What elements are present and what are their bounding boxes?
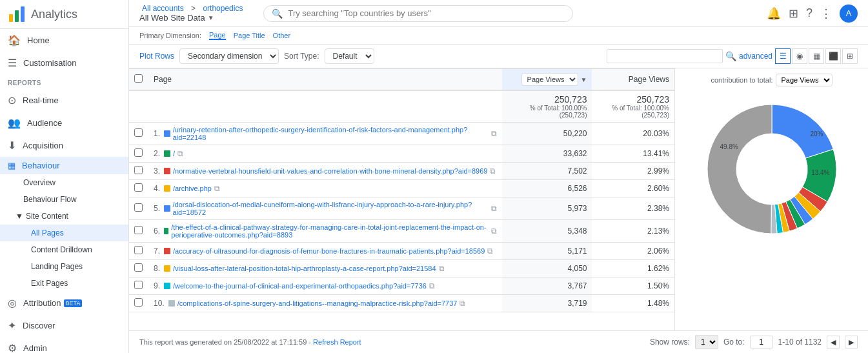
next-page-button[interactable]: ▶ — [845, 336, 858, 348]
discover-icon: ✦ — [8, 319, 16, 332]
select-all-checkbox[interactable] — [134, 74, 143, 83]
row-checkbox[interactable] — [134, 148, 143, 157]
search-icon[interactable]: 🔍 — [725, 51, 736, 61]
row-checkbox-cell — [129, 260, 148, 277]
metric-select[interactable]: Page Views — [521, 73, 578, 86]
page-link[interactable]: /visual-loss-after-lateral-position-tota… — [173, 265, 436, 272]
row-page-cell: 5. /dorsal-dislocation-of-medial-cuneifo… — [148, 197, 502, 220]
breadcrumb-property[interactable]: orthopedics — [203, 4, 243, 13]
pivot-view-icon[interactable]: ⊞ — [842, 48, 858, 64]
page-link[interactable]: /complications-of-spine-surgery-and-liti… — [177, 299, 458, 307]
row-checkbox[interactable] — [134, 128, 143, 137]
copy-icon[interactable]: ⧉ — [490, 166, 496, 176]
sidebar-item-audience[interactable]: 👥 Audience — [0, 112, 128, 134]
sidebar-item-admin[interactable]: ⚙ Admin — [0, 337, 128, 353]
help-icon[interactable]: ? — [806, 6, 812, 20]
pie-segment — [707, 105, 771, 234]
dimension-page[interactable]: Page — [209, 31, 226, 40]
row-checkbox[interactable] — [134, 298, 143, 307]
sidebar-item-content-drilldown[interactable]: Content Drilldown — [0, 241, 128, 258]
copy-icon[interactable]: ⧉ — [491, 129, 497, 138]
chart-header: contribution to total: Page Views — [680, 74, 863, 86]
copy-icon[interactable]: ⧉ — [214, 184, 220, 193]
sidebar-item-behaviour[interactable]: ▦ Behaviour — [0, 157, 128, 174]
prev-page-button[interactable]: ◀ — [827, 336, 840, 348]
sidebar-item-exit-pages[interactable]: Exit Pages — [0, 275, 128, 292]
page-link[interactable]: /urinary-retention-after-orthopedic-surg… — [173, 126, 489, 141]
breadcrumb-all-accounts[interactable]: All accounts — [142, 4, 184, 13]
refresh-report-link[interactable]: Refresh Report — [313, 338, 361, 346]
property-selector[interactable]: All Web Site Data ▼ — [139, 13, 245, 23]
sidebar-item-home[interactable]: 🏠 Home — [0, 29, 128, 52]
row-checkbox[interactable] — [134, 246, 143, 254]
row-views-cell: 5,348 — [502, 220, 592, 243]
row-checkbox-cell — [129, 180, 148, 197]
row-checkbox[interactable] — [134, 281, 143, 289]
grid-icon[interactable]: ⊞ — [789, 6, 798, 21]
copy-icon[interactable]: ⧉ — [491, 204, 497, 213]
sidebar: Analytics 🏠 Home ☰ Customisation REPORTS… — [0, 0, 129, 353]
exit-pages-label: Exit Pages — [31, 279, 68, 288]
sidebar-attribution-label: Attribution — [23, 298, 61, 308]
row-pct: 13.41% — [643, 149, 669, 158]
search-input[interactable] — [288, 8, 565, 18]
sidebar-audience-label: Audience — [27, 118, 62, 128]
row-checkbox[interactable] — [134, 183, 143, 192]
more-icon[interactable]: ⋮ — [820, 6, 832, 21]
pie-view-icon[interactable]: ◉ — [792, 48, 807, 64]
avatar[interactable]: A — [840, 5, 858, 23]
copy-icon[interactable]: ⧉ — [459, 299, 465, 308]
table-view-icon[interactable]: ☰ — [775, 48, 791, 64]
sidebar-item-all-pages[interactable]: All Pages — [0, 225, 128, 241]
dimension-other[interactable]: Other — [273, 32, 291, 39]
sidebar-item-landing-pages[interactable]: Landing Pages — [0, 258, 128, 275]
sort-type-select[interactable]: Default — [325, 48, 374, 64]
sidebar-item-realtime[interactable]: ⊙ Real-time — [0, 89, 128, 112]
row-pct: 2.06% — [647, 247, 669, 256]
sidebar-item-behaviour-flow[interactable]: Behaviour Flow — [0, 191, 128, 208]
row-checkbox-cell — [129, 243, 148, 260]
copy-icon[interactable]: ⧉ — [429, 281, 435, 290]
sidebar-item-site-content[interactable]: ▼ Site Content — [0, 208, 128, 225]
row-checkbox[interactable] — [134, 226, 143, 234]
page-link[interactable]: /dorsal-dislocation-of-medial-cuneiform-… — [173, 201, 489, 216]
row-checkbox[interactable] — [134, 263, 143, 272]
table-search-input[interactable] — [607, 49, 723, 63]
page-link[interactable]: /archive.php — [173, 185, 212, 192]
sidebar-item-overview[interactable]: Overview — [0, 174, 128, 191]
plot-rows-button[interactable]: Plot Rows — [139, 52, 174, 61]
page-link[interactable]: /normative-vertebral-hounsfield-unit-val… — [173, 167, 487, 175]
goto-input[interactable] — [750, 336, 773, 348]
row-page-cell: 7. /accuracy-of-ultrasound-for-diagnosis… — [148, 243, 502, 260]
row-checkbox[interactable] — [134, 166, 143, 174]
sidebar-item-customisation[interactable]: ☰ Customisation — [0, 52, 128, 74]
sort-type-label: Sort Type: — [284, 52, 319, 61]
page-link[interactable]: / — [173, 150, 175, 157]
row-number: 2. — [154, 149, 160, 158]
row-color-dot — [164, 283, 170, 289]
comparison-view-icon[interactable]: ⬛ — [825, 48, 841, 64]
search-bar[interactable]: 🔍 — [263, 5, 573, 22]
chart-metric-select[interactable]: Page Views — [776, 74, 833, 86]
page-link[interactable]: /the-effect-of-a-clinical-pathway-strate… — [171, 223, 488, 239]
secondary-dimension-select[interactable]: Secondary dimension — [179, 48, 279, 64]
total-page-views: 250,723 — [507, 94, 587, 105]
row-checkbox[interactable] — [134, 203, 143, 212]
copy-icon[interactable]: ⧉ — [177, 149, 183, 158]
copy-icon[interactable]: ⧉ — [487, 247, 493, 256]
sidebar-item-attribution[interactable]: ◎ Attribution BETA — [0, 292, 128, 314]
sidebar-item-acquisition[interactable]: ⬇ Acquisition — [0, 134, 128, 157]
attribution-beta-badge: BETA — [64, 299, 83, 307]
dimension-page-title[interactable]: Page Title — [234, 32, 265, 39]
show-rows-select[interactable]: 10 25 50 100 — [695, 335, 718, 349]
page-link[interactable]: /welcome-to-the-journal-of-clinical-and-… — [173, 282, 427, 290]
copy-icon[interactable]: ⧉ — [491, 227, 497, 236]
page-views-column-header: Page Views — [592, 69, 674, 91]
advanced-link[interactable]: advanced — [739, 52, 772, 61]
bar-view-icon[interactable]: ▦ — [809, 48, 824, 64]
search-icon: 🔍 — [272, 8, 283, 19]
copy-icon[interactable]: ⧉ — [439, 264, 445, 273]
sidebar-item-discover[interactable]: ✦ Discover — [0, 314, 128, 337]
page-link[interactable]: /accuracy-of-ultrasound-for-diagnosis-of… — [173, 247, 485, 255]
bell-icon[interactable]: 🔔 — [767, 6, 781, 21]
